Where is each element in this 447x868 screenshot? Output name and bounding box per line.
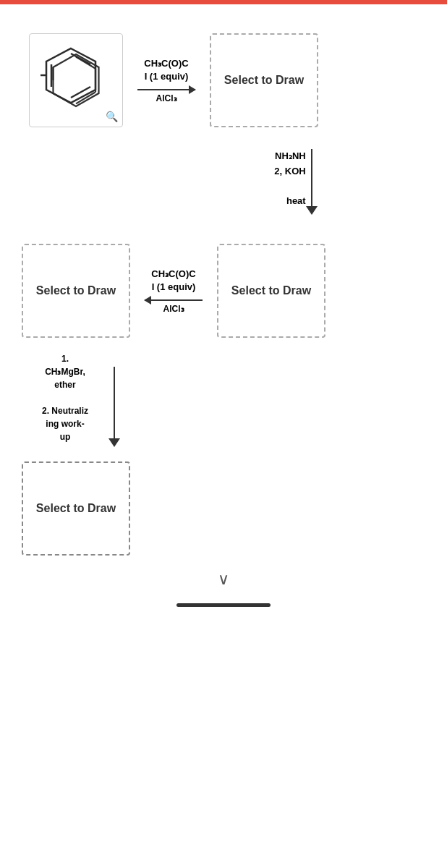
row3: Select to Draw CH₃C(O)C I (1 equiv) AlCl…	[7, 244, 440, 338]
select-draw-label-bottom: Select to Draw	[36, 501, 116, 516]
select-draw-box-left[interactable]: Select to Draw	[22, 244, 130, 338]
reaction-section-1: CH₃C(O)C I (1 equiv) AlCl₃	[137, 57, 195, 103]
select-draw-label-1: Select to Draw	[224, 72, 304, 88]
koh-text: 2, KOH	[274, 166, 305, 176]
magnify-icon[interactable]: 🔍	[106, 111, 118, 122]
reagent-ch3mgbr-text: CH₃MgBr,	[45, 367, 85, 377]
select-draw-label-left: Select to Draw	[36, 283, 116, 299]
nh2nh-text: NH₂NH	[275, 150, 306, 161]
select-draw-box-1[interactable]: Select to Draw	[210, 33, 318, 127]
arrow-left-line	[145, 299, 203, 301]
reagent-ch3c-2: CH₃C(O)C	[151, 268, 195, 279]
arrow-down-head-2	[108, 438, 120, 447]
chevron-down-icon[interactable]: ∨	[218, 570, 229, 589]
arrow-left-1	[145, 299, 203, 301]
svg-line-6	[71, 54, 90, 64]
reagent-line1: CH₃C(O)C	[144, 58, 188, 69]
select-draw-box-bottom[interactable]: Select to Draw	[22, 461, 130, 556]
reagent-1equiv-2: I (1 equiv)	[152, 281, 196, 292]
select-draw-box-right[interactable]: Select to Draw	[217, 244, 325, 338]
reagent-line2: I (1 equiv)	[145, 71, 189, 82]
svg-marker-5	[46, 48, 95, 103]
row5: Select to Draw	[7, 461, 440, 556]
row2: NH₂NH 2, KOH heat	[7, 149, 440, 215]
arrow-down-line-1	[311, 149, 312, 207]
reagent-alcl3-2: AlCl₃	[163, 304, 184, 314]
benzene-drawing	[41, 45, 102, 110]
reagent-text-1: CH₃C(O)C I (1 equiv)	[144, 57, 188, 83]
reagent-1-text: 1.	[61, 354, 69, 364]
reaction-section-2: CH₃C(O)C I (1 equiv) AlCl₃	[145, 268, 203, 314]
reagent-up-text: up	[60, 432, 71, 442]
reagent-nh2nh: NH₂NH 2, KOH heat	[274, 149, 305, 215]
svg-line-7	[71, 87, 90, 98]
row4: 1. CH₃MgBr, ether 2. Neutraliz ing work-…	[7, 352, 440, 447]
chevron-section: ∨	[7, 570, 440, 589]
arrow-down-1	[306, 149, 318, 215]
arrow-down-2	[108, 367, 120, 447]
select-draw-label-right: Select to Draw	[231, 283, 311, 299]
reagent-alcl3-1: AlCl₃	[156, 93, 177, 103]
reagent-alcl3-text: AlCl₃	[156, 93, 177, 103]
reagent-ing-text: ing work-	[46, 419, 84, 429]
reagent-text-2: CH₃C(O)C I (1 equiv)	[151, 268, 195, 294]
reagent-2-text: 2. Neutraliz	[42, 406, 88, 416]
arrow-down-head-1	[306, 206, 318, 215]
arrow-right-line	[137, 89, 195, 90]
heat-text: heat	[286, 195, 306, 206]
benzene-structure[interactable]: 🔍	[29, 33, 123, 127]
reagent-alcl3-text-2: AlCl₃	[163, 304, 184, 314]
arrow-down-line-2	[114, 367, 115, 439]
row1: 🔍 CH₃C(O)C I (1 equiv) AlCl₃ Select to D…	[7, 33, 440, 127]
arrow-right-1	[137, 89, 195, 90]
reagent-ch3mgbr: 1. CH₃MgBr, ether 2. Neutraliz ing work-…	[29, 352, 101, 447]
bottom-bar	[176, 603, 271, 607]
main-content: 🔍 CH₃C(O)C I (1 equiv) AlCl₃ Select to D…	[0, 4, 447, 629]
reagent-ether-text: ether	[54, 380, 75, 390]
